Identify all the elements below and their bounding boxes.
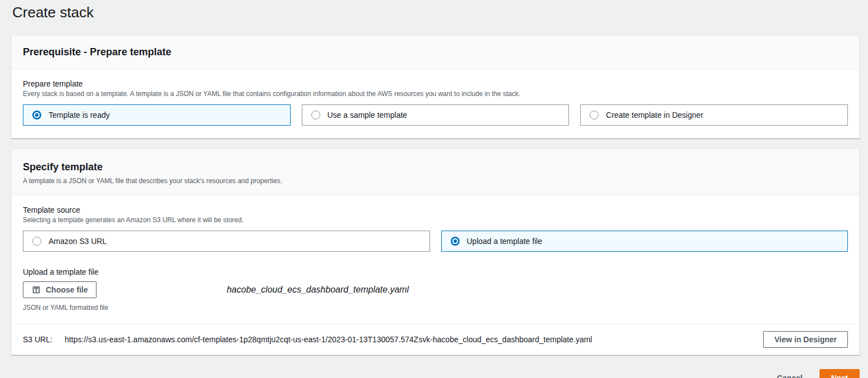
- choose-file-button[interactable]: Choose file: [23, 281, 97, 298]
- option-create-template-designer[interactable]: Create template in Designer: [580, 104, 848, 126]
- specify-card-description: A template is a JSON or YAML file that d…: [23, 177, 848, 185]
- page-container: Create stack Prerequisite - Prepare temp…: [0, 0, 868, 378]
- file-row: Choose file hacobe_cloud_ecs_dashboard_t…: [23, 281, 848, 298]
- radio-unchecked-icon[interactable]: [32, 237, 41, 246]
- radio-checked-icon[interactable]: [32, 111, 41, 119]
- next-button[interactable]: Next: [819, 369, 860, 378]
- upload-icon: [32, 285, 41, 294]
- specify-card-header: Specify template A template is a JSON or…: [12, 149, 859, 195]
- prerequisite-card-title: Prerequisite - Prepare template: [23, 46, 848, 58]
- option-label: Use a sample template: [327, 111, 407, 119]
- radio-unchecked-icon[interactable]: [590, 111, 599, 119]
- choose-file-label: Choose file: [46, 285, 88, 294]
- upload-section: Upload a template file Choose file hacob: [23, 267, 848, 312]
- prepare-template-description: Every stack is based on a template. A te…: [23, 90, 848, 98]
- file-format-hint: JSON or YAML formatted file: [23, 304, 848, 312]
- option-template-is-ready[interactable]: Template is ready: [23, 104, 291, 126]
- radio-unchecked-icon[interactable]: [311, 111, 320, 119]
- cancel-button[interactable]: Cancel: [777, 374, 803, 378]
- specify-card-title: Specify template: [23, 161, 848, 173]
- prepare-template-label: Prepare template: [23, 79, 848, 88]
- prepare-template-options: Template is ready Use a sample template …: [23, 104, 848, 126]
- uploaded-file-name: hacobe_cloud_ecs_dashboard_template.yaml: [226, 285, 408, 295]
- s3-url-value: https://s3.us-east-1.amazonaws.com/cf-te…: [65, 335, 592, 344]
- option-label: Upload a template file: [467, 237, 542, 246]
- prerequisite-card-body: Prepare template Every stack is based on…: [12, 69, 859, 138]
- specify-card-body: Template source Selecting a template gen…: [12, 195, 859, 324]
- s3-url-label: S3 URL:: [23, 335, 52, 344]
- template-source-options: Amazon S3 URL Upload a template file: [23, 231, 848, 252]
- prerequisite-card: Prerequisite - Prepare template Prepare …: [11, 35, 860, 138]
- upload-template-file-label: Upload a template file: [23, 267, 848, 276]
- option-use-sample-template[interactable]: Use a sample template: [302, 104, 570, 126]
- view-in-designer-button[interactable]: View in Designer: [763, 331, 848, 348]
- option-label: Create template in Designer: [606, 111, 703, 119]
- s3-url-footer: S3 URL: https://s3.us-east-1.amazonaws.c…: [12, 324, 859, 355]
- view-in-designer-label: View in Designer: [774, 335, 837, 344]
- option-upload-template-file[interactable]: Upload a template file: [441, 231, 848, 252]
- prerequisite-card-header: Prerequisite - Prepare template: [12, 36, 859, 69]
- option-amazon-s3-url[interactable]: Amazon S3 URL: [23, 231, 430, 252]
- radio-checked-icon[interactable]: [451, 237, 460, 246]
- template-source-label: Template source: [23, 205, 848, 214]
- option-label: Amazon S3 URL: [49, 237, 107, 246]
- form-actions: Cancel Next: [11, 355, 860, 378]
- specify-template-card: Specify template A template is a JSON or…: [11, 149, 860, 355]
- page-title: Create stack: [11, 0, 860, 21]
- template-source-description: Selecting a template generates an Amazon…: [23, 216, 848, 224]
- option-label: Template is ready: [49, 111, 110, 119]
